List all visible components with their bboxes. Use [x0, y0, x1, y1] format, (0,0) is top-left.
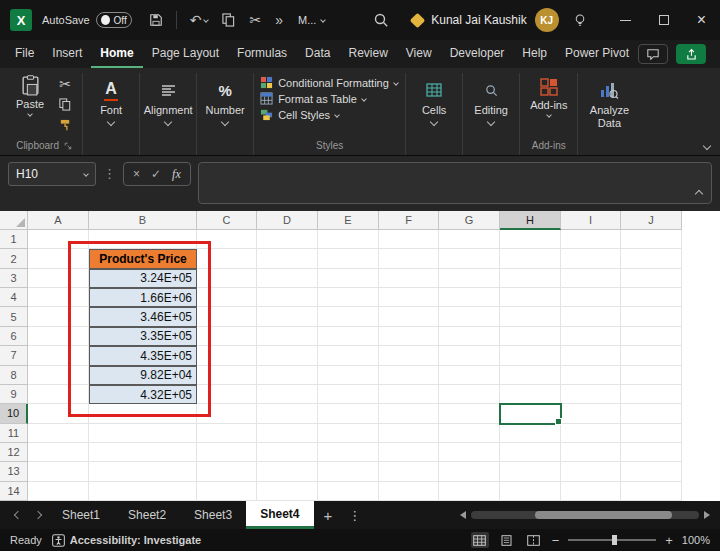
addins-button[interactable]: Add-ins — [526, 73, 571, 119]
cell-E4[interactable] — [318, 288, 379, 307]
cell-B5[interactable]: 3.46E+05 — [89, 307, 197, 326]
row-header-4[interactable]: 4 — [0, 288, 28, 307]
cell-G5[interactable] — [439, 307, 500, 326]
cell-B13[interactable] — [89, 462, 197, 481]
new-sheet-icon[interactable]: + — [324, 507, 333, 524]
row-header-6[interactable]: 6 — [0, 327, 28, 346]
row-header-14[interactable]: 14 — [0, 482, 28, 501]
cell-E9[interactable] — [318, 385, 379, 404]
cell-H2[interactable] — [500, 249, 561, 268]
cell-J7[interactable] — [621, 346, 682, 365]
cell-G8[interactable] — [439, 366, 500, 385]
menu-home[interactable]: Home — [91, 40, 142, 68]
cell-J4[interactable] — [621, 288, 682, 307]
cell-G4[interactable] — [439, 288, 500, 307]
name-box[interactable]: H10 — [8, 162, 96, 186]
cell-D4[interactable] — [257, 288, 318, 307]
cell-C10[interactable] — [197, 404, 257, 423]
cell-F14[interactable] — [379, 482, 439, 501]
row-header-10[interactable]: 10 — [0, 404, 28, 423]
cell-G14[interactable] — [439, 482, 500, 501]
zoom-slider[interactable] — [568, 539, 656, 541]
column-header-F[interactable]: F — [379, 211, 439, 230]
column-header-A[interactable]: A — [28, 211, 89, 230]
cell-C3[interactable] — [197, 269, 257, 288]
select-all-corner[interactable] — [0, 211, 28, 230]
cell-A1[interactable] — [28, 230, 89, 249]
row-header-13[interactable]: 13 — [0, 462, 28, 481]
cell-J8[interactable] — [621, 366, 682, 385]
cell-E14[interactable] — [318, 482, 379, 501]
cell-J5[interactable] — [621, 307, 682, 326]
minimize-icon[interactable] — [620, 20, 631, 21]
cell-G3[interactable] — [439, 269, 500, 288]
accessibility-checker[interactable]: Accessibility: Investigate — [52, 534, 201, 547]
cell-D6[interactable] — [257, 327, 318, 346]
cell-B12[interactable] — [89, 443, 197, 462]
cell-I12[interactable] — [561, 443, 621, 462]
cell-E5[interactable] — [318, 307, 379, 326]
cell-E8[interactable] — [318, 366, 379, 385]
cell-B3[interactable]: 3.24E+05 — [89, 269, 197, 288]
cell-H7[interactable] — [500, 346, 561, 365]
column-header-J[interactable]: J — [621, 211, 682, 230]
lightbulb-icon[interactable] — [573, 13, 587, 28]
cell-I14[interactable] — [561, 482, 621, 501]
ribbon-collapse-icon[interactable] — [703, 142, 711, 150]
column-header-G[interactable]: G — [439, 211, 500, 230]
sheet-tab-sheet4[interactable]: Sheet4 — [246, 501, 313, 529]
cell-I7[interactable] — [561, 346, 621, 365]
avatar[interactable]: KJ — [535, 8, 559, 32]
cell-B8[interactable]: 9.82E+04 — [89, 366, 197, 385]
sheet-options-icon[interactable]: ⋮ — [348, 508, 361, 523]
format-as-table-button[interactable]: Format as Table — [260, 92, 399, 105]
cell-H9[interactable] — [500, 385, 561, 404]
cell-F10[interactable] — [379, 404, 439, 423]
cell-H3[interactable] — [500, 269, 561, 288]
cell-D7[interactable] — [257, 346, 318, 365]
cell-A8[interactable] — [28, 366, 89, 385]
cell-A12[interactable] — [28, 443, 89, 462]
scrollbar-track[interactable] — [471, 511, 699, 519]
row-header-7[interactable]: 7 — [0, 346, 28, 365]
cell-C11[interactable] — [197, 424, 257, 443]
cell-C2[interactable] — [197, 249, 257, 268]
cell-J13[interactable] — [621, 462, 682, 481]
cell-B14[interactable] — [89, 482, 197, 501]
menu-help[interactable]: Help — [513, 40, 556, 68]
cell-B7[interactable]: 4.35E+05 — [89, 346, 197, 365]
cancel-entry-icon[interactable]: × — [133, 167, 140, 181]
cell-F8[interactable] — [379, 366, 439, 385]
cell-E3[interactable] — [318, 269, 379, 288]
cell-F1[interactable] — [379, 230, 439, 249]
cell-F12[interactable] — [379, 443, 439, 462]
cell-C13[interactable] — [197, 462, 257, 481]
row-header-1[interactable]: 1 — [0, 230, 28, 249]
cell-E6[interactable] — [318, 327, 379, 346]
cells-group-collapsed[interactable]: Cells — [406, 73, 463, 155]
cell-A13[interactable] — [28, 462, 89, 481]
cell-C14[interactable] — [197, 482, 257, 501]
cell-E13[interactable] — [318, 462, 379, 481]
cell-G11[interactable] — [439, 424, 500, 443]
cell-B6[interactable]: 3.35E+05 — [89, 327, 197, 346]
sheet-nav-left-icon[interactable] — [14, 511, 22, 519]
cell-G10[interactable] — [439, 404, 500, 423]
cell-H14[interactable] — [500, 482, 561, 501]
cell-C1[interactable] — [197, 230, 257, 249]
cell-J14[interactable] — [621, 482, 682, 501]
cell-I1[interactable] — [561, 230, 621, 249]
copy-icon[interactable] — [222, 13, 235, 27]
autosave-toggle[interactable]: Off — [96, 12, 132, 28]
row-header-2[interactable]: 2 — [0, 249, 28, 268]
scrollbar-thumb[interactable] — [535, 511, 672, 519]
cell-G9[interactable] — [439, 385, 500, 404]
font-group-collapsed[interactable]: A Font — [83, 73, 140, 155]
cell-A4[interactable] — [28, 288, 89, 307]
cut-icon[interactable]: ✂ — [249, 13, 261, 27]
analyze-data-button[interactable]: Analyze Data — [578, 73, 640, 155]
cell-B10[interactable] — [89, 404, 197, 423]
cell-G7[interactable] — [439, 346, 500, 365]
cell-C4[interactable] — [197, 288, 257, 307]
cell-A9[interactable] — [28, 385, 89, 404]
